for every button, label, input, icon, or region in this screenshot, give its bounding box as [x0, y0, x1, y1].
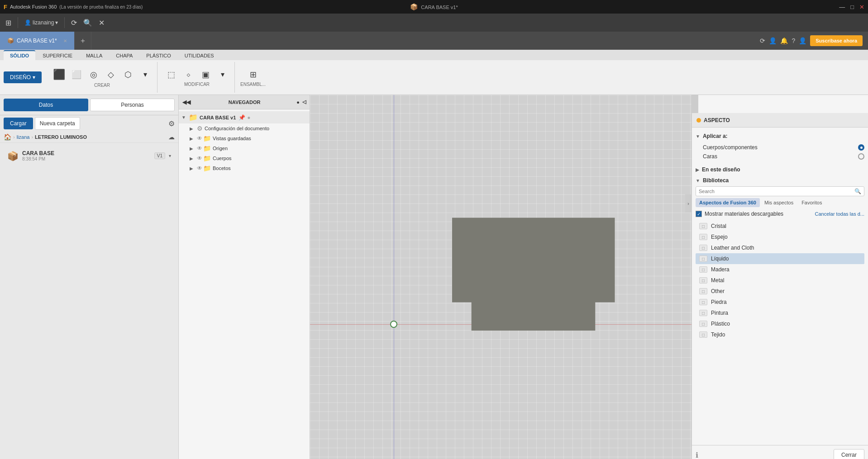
- personas-tab-button[interactable]: Personas: [90, 99, 175, 111]
- material-madera[interactable]: □ Madera: [696, 264, 864, 275]
- crear-more-button[interactable]: ⬡: [120, 68, 136, 81]
- tab-plastico[interactable]: PLÁSTICO: [140, 51, 177, 60]
- material-leather[interactable]: □ Leather and Cloth: [696, 242, 864, 253]
- fusion360-aspects-tab[interactable]: Aspectos de Fusion 360: [696, 198, 760, 207]
- navigator-icons: ● ◁: [296, 99, 306, 105]
- panel-expand-arrow[interactable]: [692, 95, 698, 113]
- cerrar-button[interactable]: Cerrar: [834, 449, 864, 459]
- settings-icon[interactable]: ⚙: [168, 119, 175, 128]
- modificar-more-button[interactable]: ▾: [215, 69, 231, 80]
- add-tab-button[interactable]: ＋: [75, 32, 91, 50]
- caras-radio-button[interactable]: [858, 153, 864, 160]
- crear-revolve-button[interactable]: ⬜: [68, 68, 85, 81]
- account-icon[interactable]: 👤: [769, 37, 777, 44]
- tab-close-icon[interactable]: ✕: [63, 38, 67, 43]
- tab-superficie[interactable]: SUPERFICIE: [36, 51, 79, 60]
- breadcrumb-lizana[interactable]: lizana: [17, 134, 30, 140]
- eye-icon[interactable]: 👁: [197, 145, 202, 151]
- tree-item-cuerpos[interactable]: ▶ 👁 📁 Cuerpos: [179, 153, 310, 163]
- collapse-icon[interactable]: ◀◀: [182, 99, 191, 105]
- grid-icon[interactable]: ⊞: [4, 17, 13, 29]
- version-dropdown-icon[interactable]: ▾: [169, 153, 171, 158]
- material-plastico[interactable]: □ Plástico: [696, 318, 864, 329]
- tree-root[interactable]: ▼ 📁 CARA BASE v1 📌 ●: [179, 111, 310, 123]
- modificar-fillet-button[interactable]: ⬚: [163, 68, 179, 81]
- arrow-icon[interactable]: ▶: [190, 166, 197, 171]
- material-pintura[interactable]: □ Pintura: [696, 308, 864, 318]
- notification-icon[interactable]: 🔔: [780, 37, 788, 44]
- tab-utilidades[interactable]: UTILIDADES: [178, 51, 220, 60]
- help-icon[interactable]: ?: [792, 37, 795, 44]
- en-este-diseno-header[interactable]: ▶ En este diseño: [696, 165, 864, 175]
- material-tejido[interactable]: □ Tejido: [696, 329, 864, 340]
- crear-extrude-button[interactable]: ⬛: [51, 67, 67, 82]
- eye-icon[interactable]: 👁: [197, 155, 202, 161]
- arrow-icon[interactable]: ▶: [190, 156, 197, 161]
- close-icon[interactable]: ✕: [97, 17, 106, 29]
- material-liquido[interactable]: □ Líquido: [696, 253, 864, 264]
- diseño-dropdown-button[interactable]: DISEÑO ▾: [4, 71, 42, 83]
- eye-icon[interactable]: 👁: [197, 135, 202, 142]
- tab-cara-base[interactable]: 📦 CARA BASE v1* ✕: [0, 32, 75, 50]
- search-magnifier-icon[interactable]: 🔍: [854, 188, 861, 194]
- user-dropdown-icon[interactable]: ▾: [55, 19, 58, 26]
- modificar-chamfer-button[interactable]: ⬦: [180, 68, 196, 80]
- material-metal[interactable]: □ Metal: [696, 275, 864, 286]
- root-arrow-icon[interactable]: ▼: [181, 115, 189, 120]
- minimize-button[interactable]: —: [839, 4, 845, 10]
- maximize-button[interactable]: □: [850, 4, 854, 10]
- eye-icon[interactable]: 👁: [197, 165, 202, 171]
- material-other[interactable]: □ Other: [696, 286, 864, 297]
- datos-tab-button[interactable]: Datos: [4, 99, 88, 111]
- breadcrumb-home-icon[interactable]: 🏠: [4, 133, 11, 141]
- nav-circle-icon[interactable]: ●: [296, 99, 300, 105]
- cuerpos-radio-button[interactable]: [858, 144, 864, 151]
- modificar-shell-button[interactable]: ▣: [197, 68, 214, 81]
- tree-item-configuracion[interactable]: ▶ ⚙ Configuración del documento: [179, 123, 310, 133]
- tab-malla[interactable]: MALLA: [80, 51, 109, 60]
- root-pin-icon[interactable]: 📌: [238, 114, 245, 121]
- tab-solido[interactable]: SÓLIDO: [4, 50, 35, 60]
- nueva-carpeta-button[interactable]: Nueva carpeta: [35, 117, 80, 130]
- right-panel-toggle[interactable]: ›: [685, 194, 692, 213]
- file-time: 8:38:54 PM: [22, 156, 151, 161]
- root-dot-icon[interactable]: ●: [247, 114, 250, 121]
- canvas-area[interactable]: [310, 95, 692, 459]
- refresh-header-icon[interactable]: ⟳: [760, 37, 765, 44]
- tree-item-bocetos[interactable]: ▶ 👁 📁 Bocetos: [179, 163, 310, 173]
- search-icon[interactable]: 🔍: [81, 17, 94, 29]
- cloud-icon[interactable]: ☁: [168, 133, 175, 141]
- tab-chapa[interactable]: CHAPA: [110, 51, 139, 60]
- biblioteca-header[interactable]: ▼ Biblioteca: [696, 175, 864, 185]
- material-search-input[interactable]: [699, 189, 854, 194]
- tree-item-vistas[interactable]: ▶ 👁 📁 Vistas guardadas: [179, 133, 310, 143]
- 3d-shape[interactable]: [452, 218, 615, 331]
- refresh-icon[interactable]: ⟳: [69, 17, 79, 29]
- material-piedra[interactable]: □ Piedra: [696, 297, 864, 308]
- info-icon[interactable]: ℹ: [696, 451, 698, 459]
- tree-item-origen[interactable]: ▶ 👁 📁 Origen: [179, 143, 310, 153]
- aplicar-a-header[interactable]: ▼ Aplicar a:: [696, 131, 864, 141]
- breadcrumb-folder[interactable]: LETRERO LUMINOSO: [35, 134, 87, 140]
- material-espejo[interactable]: □ Espejo: [696, 232, 864, 242]
- arrow-icon[interactable]: ▶: [190, 146, 197, 151]
- cargar-button[interactable]: Cargar: [4, 118, 33, 129]
- user-profile-icon[interactable]: 👤: [799, 37, 806, 44]
- cancelar-link[interactable]: Cancelar todas las d...: [815, 211, 864, 217]
- ensambl-button[interactable]: ⊞: [245, 68, 261, 81]
- version-badge[interactable]: V1: [154, 152, 165, 159]
- file-item[interactable]: 📦 CARA BASE 8:38:54 PM V1 ▾: [4, 147, 175, 165]
- nav-expand-icon[interactable]: ◁: [302, 99, 306, 105]
- crear-sweep-button[interactable]: ◎: [86, 68, 102, 81]
- crear-dropdown-button[interactable]: ▾: [137, 69, 153, 80]
- material-cristal[interactable]: □ Cristal: [696, 221, 864, 232]
- arrow-icon[interactable]: ▶: [190, 126, 197, 131]
- subscribe-button[interactable]: Suscríbase ahora: [810, 35, 863, 46]
- arrow-icon[interactable]: ▶: [190, 136, 197, 141]
- favoritos-tab[interactable]: Favoritos: [798, 198, 825, 207]
- mis-aspectos-tab[interactable]: Mis aspectos: [761, 198, 797, 207]
- crear-loft-button[interactable]: ◇: [103, 68, 119, 81]
- show-downloadable-checkbox[interactable]: [696, 211, 702, 217]
- close-button[interactable]: ✕: [859, 4, 864, 10]
- user-menu[interactable]: 👤 lizanaing ▾: [23, 18, 60, 28]
